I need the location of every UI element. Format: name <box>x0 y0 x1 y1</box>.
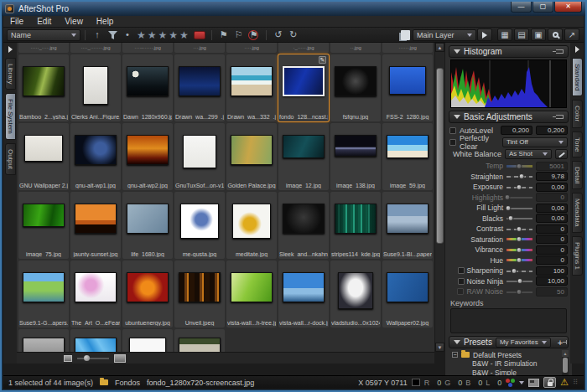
menu-edit[interactable]: Edit <box>30 17 58 26</box>
slider-handle[interactable] <box>516 289 522 295</box>
autolevel-value-high[interactable]: 0,200 <box>536 126 568 135</box>
white-balance-dropdown[interactable]: As Shot <box>505 149 552 159</box>
histogram-header[interactable]: Histogram <box>449 45 569 58</box>
preset-folder-row[interactable]: − Default Presets <box>452 350 569 359</box>
grid-cell-fsfgnu-jpg[interactable]: fsfgnu.jpg <box>330 54 381 121</box>
grid-cell-partial[interactable]: ··.jpg <box>330 43 381 53</box>
grid-cell-gnu-wallpaper-2-jpg[interactable]: GNU Wallpaper 2.jpg <box>18 123 69 190</box>
grid-cell[interactable] <box>70 329 121 352</box>
grid-cell-image-75-jpg[interactable]: image_75.jpg <box>18 192 69 259</box>
keywords-input[interactable] <box>450 308 567 333</box>
highlights-value[interactable]: 0 <box>536 193 568 202</box>
minimize-button[interactable]: — <box>511 2 532 13</box>
slider-handle[interactable] <box>516 226 522 232</box>
perfectly-clear-checkbox[interactable] <box>449 139 456 146</box>
autolevel-value-low[interactable]: 0,200 <box>501 126 532 135</box>
grid-cell-meditate-jpg[interactable]: meditate.jpg <box>226 192 277 259</box>
grid-cell-me-gusta-jpg[interactable]: me-gusta.jpg <box>174 192 225 259</box>
grid-cell-image-59-jpg[interactable]: image_59.jpg <box>382 123 433 190</box>
sort-dropdown[interactable]: Name <box>7 29 81 41</box>
tab-output[interactable]: Output <box>5 143 16 175</box>
lock-button[interactable] <box>543 377 556 388</box>
scroll-down-icon[interactable]: ▼ <box>435 343 444 352</box>
grid-cell-bamboo-2-ysha-jpg[interactable]: Bamboo_2...ysha.jpg <box>18 54 69 121</box>
slider-handle[interactable] <box>84 355 90 361</box>
contrast-slider[interactable] <box>506 225 532 233</box>
scroll-up-icon[interactable]: ▲ <box>435 43 444 52</box>
preset-b-w-simple[interactable]: B&W - Simple <box>452 369 569 375</box>
grid-cell-the-art-o-efear-jpg[interactable]: The_Art_O...eFear.jpg <box>70 260 121 328</box>
grid-cell[interactable] <box>122 329 173 352</box>
grid-cell-suse9-1-g-apers-jpg[interactable]: Suse9.1-G...apers.jpg <box>18 260 69 328</box>
collapse-section-icon[interactable] <box>454 49 460 54</box>
menu-view[interactable]: View <box>58 17 90 26</box>
slider-handle[interactable] <box>518 173 524 179</box>
grid-cell-gnu-alt-wp2-jpg[interactable]: gnu-alt-wp2.jpg <box>122 123 173 190</box>
collapse-section-icon[interactable] <box>454 340 460 344</box>
sort-direction-icon[interactable]: ↑ <box>91 29 103 41</box>
rotate-right-icon[interactable]: ↻ <box>288 29 299 41</box>
grid-cell-clerks-ani-figure-jpg[interactable]: Clerks Ani...Figure.jpg <box>70 54 121 121</box>
tab-file-system[interactable]: File System <box>5 93 16 140</box>
exposure-slider[interactable] <box>506 183 532 191</box>
hue-value[interactable]: 0 <box>536 255 568 265</box>
grid-cell-image-138-jpg[interactable]: image_138.jpg <box>330 123 381 190</box>
slider-handle[interactable] <box>507 215 513 221</box>
noise-ninja-value[interactable]: 10,00 <box>536 276 568 286</box>
star-rating-filter[interactable]: ★★★★★ <box>137 29 190 41</box>
thumbnail-size-slider[interactable] <box>77 358 109 359</box>
color-label-swatch[interactable] <box>194 29 205 41</box>
grid-cell-drawn-wa-299-jpg[interactable]: Drawn_wa...299_.jpg <box>174 54 225 121</box>
presets-header[interactable]: Presets My Favorites + <box>449 336 569 348</box>
grid-cell-partial[interactable]: ······.jpg <box>382 43 433 53</box>
grid-cell-partial[interactable]: ·_·····.jpg <box>278 43 329 53</box>
tab-detail[interactable]: Detail <box>572 161 583 189</box>
vibrance-value[interactable]: 0 <box>536 245 568 255</box>
contrast-value[interactable]: 0 <box>536 224 568 234</box>
grid-cell-wallpaper02-jpg[interactable]: Wallpaper02.jpg <box>382 260 433 328</box>
straighten-value[interactable]: 9,78 <box>536 172 568 181</box>
tab-metadata[interactable]: Metadata <box>572 193 583 232</box>
raw-noise-checkbox[interactable] <box>457 288 464 295</box>
grid-cell-vladstudio-0x1024-jpg[interactable]: vladstudio...0x1024.jpg <box>330 260 381 328</box>
saturation-slider[interactable] <box>506 235 532 243</box>
slider-handle[interactable] <box>505 205 511 211</box>
grid-cell-suse9-1-bl-papers-jpg[interactable]: Suse9.1-Bl...papers.jpg <box>382 192 433 259</box>
flag-none-icon[interactable]: ⚑ <box>248 29 260 41</box>
menu-file[interactable]: File <box>3 17 30 26</box>
presets-scrollbar[interactable]: ▲ <box>562 350 569 375</box>
sharpening-checkbox[interactable] <box>458 267 465 274</box>
small-thumbnail-icon[interactable] <box>64 355 72 362</box>
zoom-tool-button[interactable] <box>548 28 563 41</box>
slider-handle[interactable] <box>516 236 522 242</box>
chevron-down-icon[interactable] <box>519 381 524 384</box>
slider-handle[interactable] <box>516 163 522 169</box>
collapse-tree-icon[interactable]: − <box>452 352 458 358</box>
collapse-right-panel-icon[interactable] <box>575 46 579 53</box>
highlights-slider[interactable] <box>506 193 532 201</box>
slider-handle[interactable] <box>505 194 511 200</box>
no-rating-dot-icon[interactable]: • <box>122 29 133 41</box>
slideshow-button[interactable] <box>477 28 492 41</box>
favorites-dropdown[interactable]: My Favorites <box>496 338 551 348</box>
menu-help[interactable]: Help <box>90 17 121 26</box>
layers-icon[interactable] <box>399 29 411 41</box>
scrollbar-thumb[interactable] <box>563 358 568 373</box>
blacks-slider[interactable] <box>506 214 532 222</box>
scroll-up-icon[interactable]: ▲ <box>562 350 569 357</box>
grid-cell-gnu-alt-wp1-jpg[interactable]: gnu-alt-wp1.jpg <box>70 123 121 190</box>
grid-cell-fondo-128-ncast-jpg[interactable]: ✎fondo_128...ncast.jpg <box>278 54 329 121</box>
tab-tone[interactable]: Tone <box>572 132 583 157</box>
collapse-section-icon[interactable] <box>454 115 460 119</box>
temp-slider[interactable] <box>506 162 532 170</box>
grid-cell-partial[interactable]: ·····_····.jpg <box>18 43 69 53</box>
tab-color[interactable]: Color <box>572 100 583 127</box>
grid-cell-dawn-1280x960-jpg[interactable]: Dawn_1280x960.jpg <box>122 54 173 121</box>
resize-grip[interactable]: ⠿ <box>573 379 579 386</box>
close-button[interactable]: ✕ <box>554 2 582 13</box>
warning-icon[interactable]: ⚠ <box>560 378 569 387</box>
grid-scrollbar[interactable]: ▲ ▼ <box>434 43 444 352</box>
thumbnail-view-button[interactable]: ▦ <box>497 28 512 41</box>
grid-cell-partial[interactable]: ····.jpg <box>226 43 277 53</box>
noise-ninja-checkbox[interactable] <box>458 278 465 285</box>
